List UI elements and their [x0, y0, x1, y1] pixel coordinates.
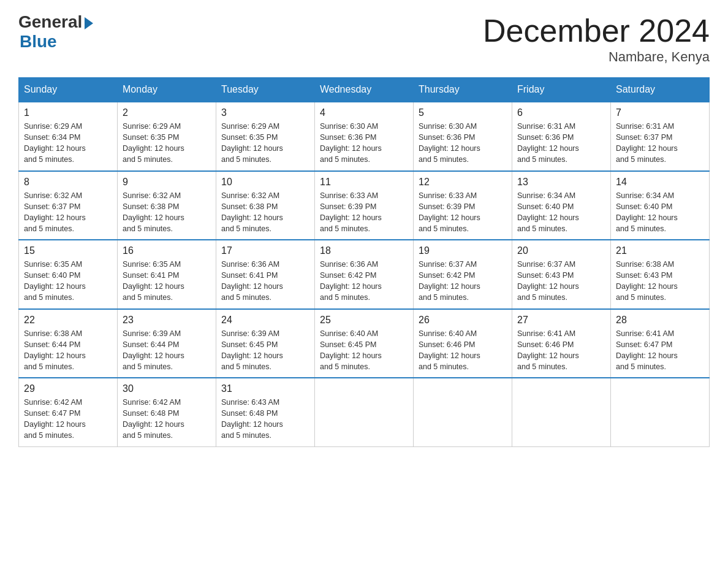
- day-info: Sunrise: 6:42 AMSunset: 6:48 PMDaylight:…: [123, 397, 211, 442]
- table-row: 17Sunrise: 6:36 AMSunset: 6:41 PMDayligh…: [216, 240, 315, 309]
- table-row: 28Sunrise: 6:41 AMSunset: 6:47 PMDayligh…: [611, 309, 710, 378]
- month-title: December 2024: [483, 12, 710, 49]
- day-info: Sunrise: 6:29 AMSunset: 6:34 PMDaylight:…: [24, 121, 112, 166]
- day-number: 6: [517, 107, 605, 118]
- day-number: 27: [517, 315, 605, 326]
- table-row: 18Sunrise: 6:36 AMSunset: 6:42 PMDayligh…: [315, 240, 414, 309]
- day-number: 7: [616, 107, 704, 118]
- day-info: Sunrise: 6:32 AMSunset: 6:38 PMDaylight:…: [221, 190, 309, 235]
- calendar-week-row: 8Sunrise: 6:32 AMSunset: 6:37 PMDaylight…: [19, 171, 710, 240]
- calendar-header-friday: Friday: [512, 78, 611, 102]
- calendar-header-saturday: Saturday: [611, 78, 710, 102]
- table-row: 14Sunrise: 6:34 AMSunset: 6:40 PMDayligh…: [611, 171, 710, 240]
- calendar-week-row: 1Sunrise: 6:29 AMSunset: 6:34 PMDaylight…: [19, 102, 710, 171]
- day-number: 22: [24, 315, 112, 326]
- day-info: Sunrise: 6:38 AMSunset: 6:43 PMDaylight:…: [616, 259, 704, 304]
- logo-blue-text: Blue: [20, 32, 57, 52]
- day-number: 30: [123, 383, 211, 394]
- table-row: 9Sunrise: 6:32 AMSunset: 6:38 PMDaylight…: [118, 171, 216, 240]
- day-number: 10: [221, 177, 309, 188]
- calendar-header-row: SundayMondayTuesdayWednesdayThursdayFrid…: [19, 78, 710, 102]
- day-number: 4: [320, 107, 408, 118]
- calendar-header-thursday: Thursday: [414, 78, 512, 102]
- day-info: Sunrise: 6:41 AMSunset: 6:46 PMDaylight:…: [517, 328, 605, 373]
- table-row: 27Sunrise: 6:41 AMSunset: 6:46 PMDayligh…: [512, 309, 611, 378]
- calendar-header-tuesday: Tuesday: [216, 78, 315, 102]
- day-info: Sunrise: 6:31 AMSunset: 6:36 PMDaylight:…: [517, 121, 605, 166]
- table-row: [512, 378, 611, 446]
- table-row: 20Sunrise: 6:37 AMSunset: 6:43 PMDayligh…: [512, 240, 611, 309]
- day-info: Sunrise: 6:33 AMSunset: 6:39 PMDaylight:…: [320, 190, 408, 235]
- day-info: Sunrise: 6:40 AMSunset: 6:46 PMDaylight:…: [419, 328, 507, 373]
- table-row: 5Sunrise: 6:30 AMSunset: 6:36 PMDaylight…: [414, 102, 512, 171]
- day-number: 26: [419, 315, 507, 326]
- day-number: 25: [320, 315, 408, 326]
- day-number: 19: [419, 245, 507, 256]
- day-number: 1: [24, 107, 112, 118]
- table-row: 22Sunrise: 6:38 AMSunset: 6:44 PMDayligh…: [19, 309, 118, 378]
- day-info: Sunrise: 6:34 AMSunset: 6:40 PMDaylight:…: [616, 190, 704, 235]
- day-info: Sunrise: 6:36 AMSunset: 6:42 PMDaylight:…: [320, 259, 408, 304]
- table-row: 15Sunrise: 6:35 AMSunset: 6:40 PMDayligh…: [19, 240, 118, 309]
- day-info: Sunrise: 6:30 AMSunset: 6:36 PMDaylight:…: [320, 121, 408, 166]
- day-number: 28: [616, 315, 704, 326]
- day-info: Sunrise: 6:40 AMSunset: 6:45 PMDaylight:…: [320, 328, 408, 373]
- day-number: 14: [616, 177, 704, 188]
- table-row: 25Sunrise: 6:40 AMSunset: 6:45 PMDayligh…: [315, 309, 414, 378]
- day-info: Sunrise: 6:39 AMSunset: 6:44 PMDaylight:…: [123, 328, 211, 373]
- table-row: 31Sunrise: 6:43 AMSunset: 6:48 PMDayligh…: [216, 378, 315, 446]
- logo-general-text: General: [18, 12, 82, 32]
- day-number: 13: [517, 177, 605, 188]
- day-number: 23: [123, 315, 211, 326]
- day-number: 11: [320, 177, 408, 188]
- day-number: 24: [221, 315, 309, 326]
- logo: General Blue: [18, 12, 93, 52]
- day-number: 29: [24, 383, 112, 394]
- page-header: General Blue December 2024 Nambare, Keny…: [18, 12, 710, 65]
- table-row: 10Sunrise: 6:32 AMSunset: 6:38 PMDayligh…: [216, 171, 315, 240]
- calendar-week-row: 22Sunrise: 6:38 AMSunset: 6:44 PMDayligh…: [19, 309, 710, 378]
- day-info: Sunrise: 6:29 AMSunset: 6:35 PMDaylight:…: [123, 121, 211, 166]
- location-label: Nambare, Kenya: [483, 49, 710, 65]
- day-info: Sunrise: 6:35 AMSunset: 6:40 PMDaylight:…: [24, 259, 112, 304]
- table-row: 3Sunrise: 6:29 AMSunset: 6:35 PMDaylight…: [216, 102, 315, 171]
- day-info: Sunrise: 6:36 AMSunset: 6:41 PMDaylight:…: [221, 259, 309, 304]
- table-row: 13Sunrise: 6:34 AMSunset: 6:40 PMDayligh…: [512, 171, 611, 240]
- day-info: Sunrise: 6:43 AMSunset: 6:48 PMDaylight:…: [221, 397, 309, 442]
- table-row: 11Sunrise: 6:33 AMSunset: 6:39 PMDayligh…: [315, 171, 414, 240]
- table-row: 8Sunrise: 6:32 AMSunset: 6:37 PMDaylight…: [19, 171, 118, 240]
- day-number: 21: [616, 245, 704, 256]
- day-info: Sunrise: 6:31 AMSunset: 6:37 PMDaylight:…: [616, 121, 704, 166]
- table-row: 19Sunrise: 6:37 AMSunset: 6:42 PMDayligh…: [414, 240, 512, 309]
- table-row: 6Sunrise: 6:31 AMSunset: 6:36 PMDaylight…: [512, 102, 611, 171]
- day-number: 18: [320, 245, 408, 256]
- table-row: [611, 378, 710, 446]
- day-info: Sunrise: 6:35 AMSunset: 6:41 PMDaylight:…: [123, 259, 211, 304]
- day-info: Sunrise: 6:32 AMSunset: 6:38 PMDaylight:…: [123, 190, 211, 235]
- table-row: 26Sunrise: 6:40 AMSunset: 6:46 PMDayligh…: [414, 309, 512, 378]
- day-number: 31: [221, 383, 309, 394]
- table-row: 4Sunrise: 6:30 AMSunset: 6:36 PMDaylight…: [315, 102, 414, 171]
- table-row: [315, 378, 414, 446]
- day-info: Sunrise: 6:37 AMSunset: 6:42 PMDaylight:…: [419, 259, 507, 304]
- calendar-table: SundayMondayTuesdayWednesdayThursdayFrid…: [18, 77, 710, 447]
- day-number: 8: [24, 177, 112, 188]
- day-info: Sunrise: 6:37 AMSunset: 6:43 PMDaylight:…: [517, 259, 605, 304]
- table-row: 1Sunrise: 6:29 AMSunset: 6:34 PMDaylight…: [19, 102, 118, 171]
- calendar-header-wednesday: Wednesday: [315, 78, 414, 102]
- day-number: 5: [419, 107, 507, 118]
- table-row: 21Sunrise: 6:38 AMSunset: 6:43 PMDayligh…: [611, 240, 710, 309]
- table-row: 7Sunrise: 6:31 AMSunset: 6:37 PMDaylight…: [611, 102, 710, 171]
- day-info: Sunrise: 6:41 AMSunset: 6:47 PMDaylight:…: [616, 328, 704, 373]
- day-info: Sunrise: 6:32 AMSunset: 6:37 PMDaylight:…: [24, 190, 112, 235]
- table-row: 29Sunrise: 6:42 AMSunset: 6:47 PMDayligh…: [19, 378, 118, 446]
- calendar-header-sunday: Sunday: [19, 78, 118, 102]
- day-info: Sunrise: 6:34 AMSunset: 6:40 PMDaylight:…: [517, 190, 605, 235]
- day-number: 15: [24, 245, 112, 256]
- table-row: [414, 378, 512, 446]
- calendar-week-row: 15Sunrise: 6:35 AMSunset: 6:40 PMDayligh…: [19, 240, 710, 309]
- day-number: 2: [123, 107, 211, 118]
- day-number: 9: [123, 177, 211, 188]
- table-row: 16Sunrise: 6:35 AMSunset: 6:41 PMDayligh…: [118, 240, 216, 309]
- table-row: 2Sunrise: 6:29 AMSunset: 6:35 PMDaylight…: [118, 102, 216, 171]
